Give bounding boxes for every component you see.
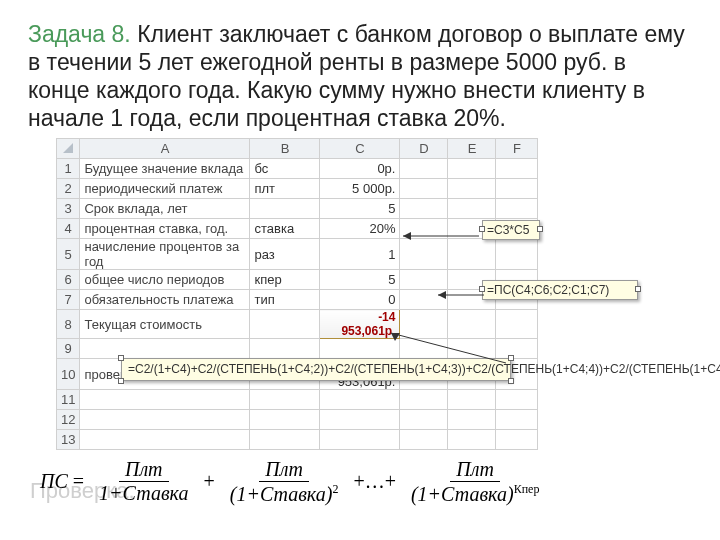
cell-D7[interactable] bbox=[400, 290, 448, 310]
cell-B2[interactable]: плт bbox=[250, 179, 320, 199]
cell-A7[interactable]: обязательность платежа bbox=[80, 290, 250, 310]
row-header[interactable]: 9 bbox=[57, 339, 80, 359]
cell-D12[interactable] bbox=[400, 410, 448, 430]
cell-A5[interactable]: начисление процентов за год bbox=[80, 239, 250, 270]
cell-D8[interactable] bbox=[400, 310, 448, 339]
table-row: 12 bbox=[57, 410, 538, 430]
col-header-B[interactable]: B bbox=[250, 139, 320, 159]
cell-E9[interactable] bbox=[448, 339, 496, 359]
cell-E5[interactable] bbox=[448, 239, 496, 270]
fraction-n: Плт (1+Ставка)Кпер bbox=[405, 458, 545, 506]
row-header[interactable]: 2 bbox=[57, 179, 80, 199]
slide-title: Задача 8. Клиент заключает с банком дого… bbox=[28, 20, 692, 132]
cell-F8[interactable] bbox=[496, 310, 538, 339]
table-row: 7обязательность платежатип0 bbox=[57, 290, 538, 310]
cell-F11[interactable] bbox=[496, 390, 538, 410]
cell-C4[interactable]: 20% bbox=[320, 219, 400, 239]
cell-E8[interactable] bbox=[448, 310, 496, 339]
cell-C13[interactable] bbox=[320, 430, 400, 450]
cell-E1[interactable] bbox=[448, 159, 496, 179]
cell-E3[interactable] bbox=[448, 199, 496, 219]
cell-F2[interactable] bbox=[496, 179, 538, 199]
cell-B13[interactable] bbox=[250, 430, 320, 450]
cell-F12[interactable] bbox=[496, 410, 538, 430]
cell-B9[interactable] bbox=[250, 339, 320, 359]
table-row: 1Будущее значение вкладабс0р. bbox=[57, 159, 538, 179]
cell-B12[interactable] bbox=[250, 410, 320, 430]
col-header-E[interactable]: E bbox=[448, 139, 496, 159]
cell-F9[interactable] bbox=[496, 339, 538, 359]
cell-A3[interactable]: Срок вклада, лет bbox=[80, 199, 250, 219]
select-all-corner[interactable] bbox=[57, 139, 80, 159]
cell-B5[interactable]: раз bbox=[250, 239, 320, 270]
row-header[interactable]: 12 bbox=[57, 410, 80, 430]
cell-D11[interactable] bbox=[400, 390, 448, 410]
col-header-F[interactable]: F bbox=[496, 139, 538, 159]
spreadsheet: A B C D E F 1Будущее значение вкладабс0р… bbox=[56, 138, 680, 450]
cell-F3[interactable] bbox=[496, 199, 538, 219]
task-number: Задача 8. bbox=[28, 21, 131, 47]
cell-D2[interactable] bbox=[400, 179, 448, 199]
cell-E13[interactable] bbox=[448, 430, 496, 450]
cell-D13[interactable] bbox=[400, 430, 448, 450]
row-header[interactable]: 4 bbox=[57, 219, 80, 239]
row-header[interactable]: 10 bbox=[57, 359, 80, 390]
row-header[interactable]: 7 bbox=[57, 290, 80, 310]
equals-sign: = bbox=[73, 470, 84, 493]
cell-D6[interactable] bbox=[400, 270, 448, 290]
cell-C2[interactable]: 5 000р. bbox=[320, 179, 400, 199]
cell-A4[interactable]: процентная ставка, год. bbox=[80, 219, 250, 239]
cell-C1[interactable]: 0р. bbox=[320, 159, 400, 179]
cell-C8[interactable]: -14 953,061р. bbox=[320, 310, 400, 339]
cell-A11[interactable] bbox=[80, 390, 250, 410]
cell-A13[interactable] bbox=[80, 430, 250, 450]
formula-callout-c8: =ПС(C4;C6;C2;C1;C7) bbox=[482, 280, 638, 300]
col-header-D[interactable]: D bbox=[400, 139, 448, 159]
cell-E12[interactable] bbox=[448, 410, 496, 430]
cell-D1[interactable] bbox=[400, 159, 448, 179]
cell-B8[interactable] bbox=[250, 310, 320, 339]
cell-F5[interactable] bbox=[496, 239, 538, 270]
cell-A6[interactable]: общее число периодов bbox=[80, 270, 250, 290]
cell-D3[interactable] bbox=[400, 199, 448, 219]
formula-text: =ПС(C4;C6;C2;C1;C7) bbox=[487, 283, 609, 297]
cell-B11[interactable] bbox=[250, 390, 320, 410]
row-header[interactable]: 3 bbox=[57, 199, 80, 219]
formula-text: =C2/(1+C4)+C2/(СТЕПЕНЬ(1+C4;2))+C2/(СТЕП… bbox=[128, 362, 720, 376]
cell-C3[interactable]: 5 bbox=[320, 199, 400, 219]
row-header[interactable]: 13 bbox=[57, 430, 80, 450]
cell-A12[interactable] bbox=[80, 410, 250, 430]
cell-C12[interactable] bbox=[320, 410, 400, 430]
fraction-2: Плт (1+Ставка)2 bbox=[224, 458, 345, 506]
cell-B4[interactable]: ставка bbox=[250, 219, 320, 239]
cell-E2[interactable] bbox=[448, 179, 496, 199]
row-header[interactable]: 11 bbox=[57, 390, 80, 410]
col-header-C[interactable]: C bbox=[320, 139, 400, 159]
cell-B1[interactable]: бс bbox=[250, 159, 320, 179]
cell-F13[interactable] bbox=[496, 430, 538, 450]
cell-C5[interactable]: 1 bbox=[320, 239, 400, 270]
cell-D5[interactable] bbox=[400, 239, 448, 270]
row-header[interactable]: 5 bbox=[57, 239, 80, 270]
cell-A2[interactable]: периодический платеж bbox=[80, 179, 250, 199]
cell-D4[interactable] bbox=[400, 219, 448, 239]
cell-A9[interactable] bbox=[80, 339, 250, 359]
row-header[interactable]: 6 bbox=[57, 270, 80, 290]
cell-C6[interactable]: 5 bbox=[320, 270, 400, 290]
cell-E11[interactable] bbox=[448, 390, 496, 410]
row-header[interactable]: 8 bbox=[57, 310, 80, 339]
cell-B6[interactable]: кпер bbox=[250, 270, 320, 290]
cell-B3[interactable] bbox=[250, 199, 320, 219]
cell-F1[interactable] bbox=[496, 159, 538, 179]
grid: A B C D E F 1Будущее значение вкладабс0р… bbox=[56, 138, 538, 450]
cell-C7[interactable]: 0 bbox=[320, 290, 400, 310]
cell-B7[interactable]: тип bbox=[250, 290, 320, 310]
cell-C9[interactable] bbox=[320, 339, 400, 359]
dots: +…+ bbox=[353, 470, 396, 493]
col-header-A[interactable]: A bbox=[80, 139, 250, 159]
cell-A1[interactable]: Будущее значение вклада bbox=[80, 159, 250, 179]
cell-C11[interactable] bbox=[320, 390, 400, 410]
cell-A8[interactable]: Текущая стоимость bbox=[80, 310, 250, 339]
cell-D9[interactable] bbox=[400, 339, 448, 359]
row-header[interactable]: 1 bbox=[57, 159, 80, 179]
